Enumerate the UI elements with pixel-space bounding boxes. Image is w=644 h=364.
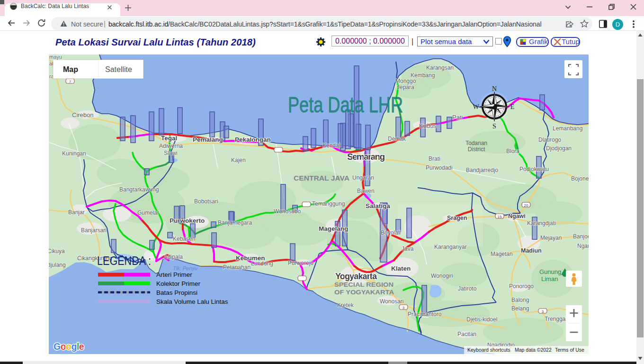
svg-text:Skala Volume Lalu Lintas: Skala Volume Lalu Lintas (156, 298, 228, 305)
svg-text:Petanahan: Petanahan (223, 264, 250, 271)
svg-text:Batas Propinsi: Batas Propinsi (156, 289, 197, 296)
svg-text:Salatiga: Salatiga (366, 202, 390, 209)
svg-text:Demak: Demak (388, 136, 406, 142)
svg-text:Ungaran: Ungaran (352, 174, 374, 181)
svg-text:Purwodadi: Purwodadi (426, 164, 453, 171)
svg-text:CENTRAL JAVA: CENTRAL JAVA (294, 174, 350, 182)
svg-text:Gumelar: Gumelar (137, 209, 159, 216)
svg-text:Banjar: Banjar (68, 209, 85, 216)
svg-text:Map: Map (63, 65, 78, 73)
svg-text:Kretek: Kretek (337, 302, 354, 309)
svg-text:Ngawi: Ngawi (508, 213, 526, 219)
svg-text:Ngan: Ngan (577, 243, 589, 249)
svg-text:Kolektor Primer: Kolektor Primer (156, 280, 201, 287)
svg-text:Karangdjati: Karangdjati (527, 220, 556, 227)
svg-text:Djodjogan: Djodjogan (546, 145, 572, 152)
svg-text:Java: Java (402, 246, 414, 252)
svg-text:Sragen: Sragen (447, 215, 467, 221)
svg-text:Pacitan: Pacitan (457, 331, 476, 337)
svg-text:Cirebon: Cirebon (72, 111, 94, 118)
svg-text:W: W (473, 103, 479, 110)
svg-text:Karangsari: Karangsari (426, 64, 454, 71)
svg-text:Belang: Belang (511, 305, 529, 312)
svg-text:Ponorogo: Ponorogo (509, 283, 534, 290)
svg-text:Adiwerna: Adiwerna (159, 143, 183, 149)
svg-text:Keyboard shortcuts: Keyboard shortcuts (467, 347, 510, 353)
svg-text:Pracimantoro: Pracimantoro (408, 311, 442, 318)
svg-text:Blora: Blora (506, 148, 519, 155)
svg-text:Monggo: Monggo (395, 78, 416, 84)
svg-text:District: District (468, 146, 485, 153)
svg-text:Purwokerto: Purwokerto (170, 217, 205, 224)
svg-text:Bobotsari: Bobotsari (194, 198, 218, 205)
svg-text:LEGENDA :: LEGENDA : (97, 254, 151, 268)
svg-text:Gunung: Gunung (539, 268, 561, 275)
svg-text:20: 20 (524, 203, 528, 208)
svg-text:Wonogiri: Wonogiri (431, 273, 453, 279)
svg-text:Karanganyar: Karanganyar (434, 244, 467, 250)
svg-text:Tlk. Penyu: Tlk. Penyu (173, 265, 197, 271)
svg-text:Brati: Brati (429, 155, 440, 162)
svg-text:Pati: Pati (452, 114, 463, 121)
svg-text:Yogyakarta: Yogyakarta (335, 272, 377, 281)
svg-text:Wonosari: Wonosari (380, 298, 403, 305)
svg-text:Klaten: Klaten (391, 265, 411, 272)
svg-text:Djetis-kidoel: Djetis-kidoel (466, 316, 497, 323)
svg-text:Wonosobo: Wonosobo (274, 208, 301, 215)
svg-text:Bandjarredjo: Bandjarredjo (466, 167, 498, 173)
svg-text:Satellite: Satellite (105, 65, 132, 73)
svg-text:Peta Data LHR: Peta Data LHR (288, 92, 403, 117)
svg-text:OF YOGYAKARTA: OF YOGYAKARTA (334, 289, 394, 296)
svg-text:3: 3 (542, 309, 544, 314)
svg-text:Lemanbang: Lemanbang (553, 125, 582, 132)
svg-text:Temanggung: Temanggung (312, 200, 345, 207)
svg-text:SPECIAL REGION: SPECIAL REGION (334, 281, 394, 288)
svg-text:Kendal: Kendal (322, 142, 340, 149)
svg-text:Semarang: Semarang (347, 152, 385, 162)
svg-text:Jepara: Jepara (397, 84, 414, 91)
svg-text:Liman: Liman (541, 275, 558, 282)
svg-text:Tegal: Tegal (161, 135, 177, 142)
svg-text:Magetan: Magetan (491, 251, 513, 257)
svg-text:Terms of Use: Terms of Use (555, 347, 584, 353)
svg-text:Kebasen: Kebasen (173, 236, 195, 242)
svg-text:Balong: Balong (511, 297, 529, 303)
svg-text:Kudus: Kudus (419, 122, 437, 129)
svg-text:15: 15 (498, 215, 502, 219)
svg-text:djulang: djulang (49, 262, 66, 268)
svg-text:Jatiroto: Jatiroto (458, 285, 477, 292)
svg-text:Banjarsari: Banjarsari (81, 227, 107, 234)
svg-text:Boyolali: Boyolali (381, 229, 401, 236)
svg-text:N: N (492, 85, 497, 92)
svg-text:Podjokwatu: Podjokwatu (519, 166, 549, 173)
svg-text:E: E (510, 103, 515, 110)
svg-text:Adipala: Adipala (164, 254, 183, 260)
svg-text:Banjoe: Banjoe (573, 233, 589, 240)
svg-text:Dlatirogo: Dlatirogo (538, 136, 561, 143)
svg-text:Kebumen: Kebumen (236, 255, 265, 262)
svg-text:Mejayan: Mejayan (540, 235, 562, 241)
svg-text:7: 7 (69, 80, 72, 84)
svg-text:Bawen: Bawen (357, 188, 375, 194)
svg-text:Cikuya: Cikuya (49, 248, 65, 255)
svg-text:Google: Google (54, 341, 84, 352)
svg-text:3: 3 (402, 306, 405, 310)
svg-text:Magelang: Magelang (319, 225, 348, 232)
svg-text:Todanan: Todanan (465, 140, 487, 146)
svg-text:Bojoneg: Bojoneg (571, 175, 589, 182)
svg-text:Purworejo: Purworejo (288, 260, 313, 266)
svg-text:Kuningan: Kuningan (62, 150, 86, 157)
svg-text:Slawi: Slawi (164, 150, 178, 156)
svg-text:S: S (492, 123, 496, 130)
svg-text:Pekalongan: Pekalongan (235, 136, 271, 143)
svg-text:Pemalang: Pemalang (193, 136, 223, 143)
svg-text:Map data ©2022: Map data ©2022 (515, 347, 552, 353)
svg-text:Bangtarkawung: Bangtarkawung (119, 186, 159, 193)
svg-text:Kajen: Kajen (231, 157, 246, 164)
svg-text:Madiun: Madiun (521, 247, 542, 254)
svg-text:Arteri Primer: Arteri Primer (156, 271, 192, 278)
svg-text:mayu: mayu (49, 55, 62, 60)
svg-text:Banjarnegara: Banjarnegara (218, 219, 252, 226)
